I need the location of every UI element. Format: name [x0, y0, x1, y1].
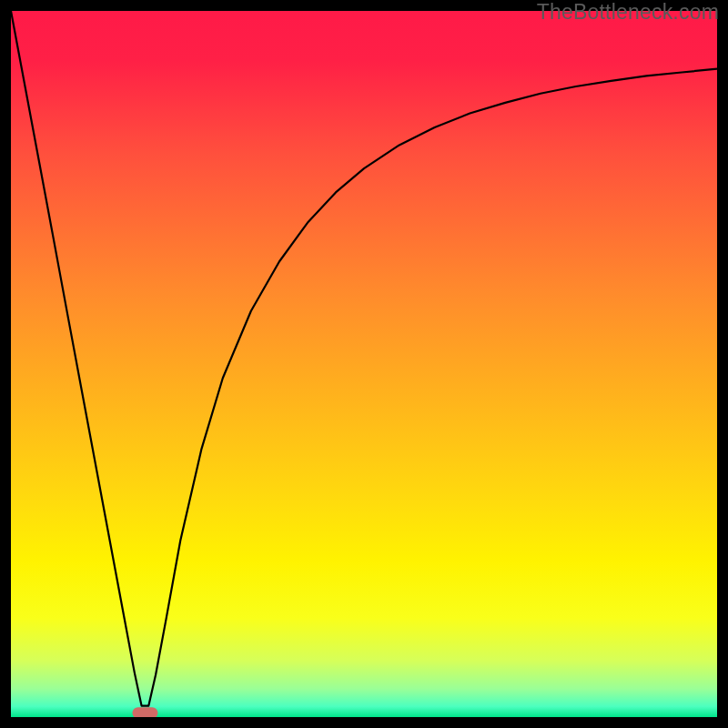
optimal-marker [132, 707, 157, 717]
plot-area [11, 11, 717, 717]
bottleneck-chart: TheBottleneck.com [0, 0, 728, 728]
gradient-background [11, 11, 717, 717]
